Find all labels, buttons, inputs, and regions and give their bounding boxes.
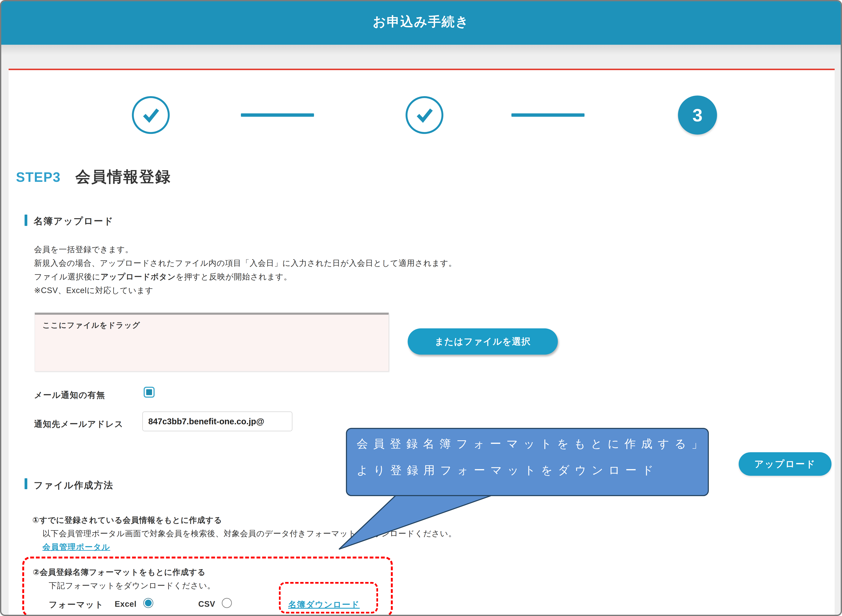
callout-tail <box>329 494 501 551</box>
section-title-file-method: ファイル作成方法 <box>34 479 113 491</box>
step-connector <box>511 113 585 117</box>
section-title-roster-upload: 名簿アップロード <box>34 215 114 227</box>
upload-button[interactable]: アップロード <box>739 452 832 476</box>
step1-indicator <box>132 96 170 134</box>
step3-indicator: 3 <box>678 95 717 135</box>
mail-address-input[interactable] <box>143 412 292 431</box>
file-dropzone[interactable]: ここにファイルをドラッグ <box>35 312 389 371</box>
method2-description: 下記フォーマットをダウンロードください。 <box>49 580 215 591</box>
header-shadow <box>1 45 841 55</box>
format-option-csv-label: CSV <box>198 600 215 609</box>
format-option-excel-label: Excel <box>115 600 137 609</box>
description-line: 会員を一括登録できます。 <box>34 243 457 256</box>
section-accent-bar <box>25 214 27 226</box>
header-bar: お申込み手続き <box>1 1 841 45</box>
format-radio-excel[interactable] <box>143 598 153 608</box>
dropzone-hint: ここにファイルをドラッグ <box>43 320 140 330</box>
step3-number: 3 <box>692 105 702 126</box>
callout-text-line2: より登録用フォーマットをダウンロード <box>357 463 659 478</box>
callout-text-line1: 会員登録名簿フォーマットをもとに作成する」 <box>357 436 708 452</box>
description-line: 新規入会の場合、アップロードされたファイル内の項目「入会日」に入力された日が入会… <box>34 256 457 270</box>
mail-notify-label: メール通知の有無 <box>34 389 105 401</box>
step-connector <box>241 113 314 117</box>
method2-heading: ②会員登録名簿フォーマットをもとに作成する <box>33 567 206 578</box>
mail-notify-checkbox[interactable] <box>144 387 154 397</box>
check-icon <box>413 103 436 127</box>
method1-heading: ①すでに登録されている会員情報をもとに作成する <box>32 515 222 525</box>
section-accent-bar <box>25 478 27 489</box>
radio-selected-dot <box>145 600 151 606</box>
format-label: フォーマット <box>49 599 104 610</box>
format-radio-csv[interactable] <box>222 598 232 608</box>
step2-indicator <box>406 96 443 134</box>
select-file-button[interactable]: またはファイルを選択 <box>408 329 558 355</box>
step-number-label: STEP3 <box>16 169 61 185</box>
mail-address-label: 通知先メールアドレス <box>34 418 123 430</box>
roster-download-link[interactable]: 名簿ダウンロード <box>288 599 360 610</box>
check-icon <box>139 103 162 127</box>
step-title: 会員情報登録 <box>75 167 171 187</box>
step-heading: STEP3 会員情報登録 <box>16 167 171 187</box>
description-line: ファイル選択後にアップロードボタンを押すと反映が開始されます。 <box>34 270 457 284</box>
application-window: お申込み手続き 3 STEP3 会員情報登録 名簿アップロード 会員を一括登録で… <box>0 0 842 616</box>
upload-description: 会員を一括登録できます。 新規入会の場合、アップロードされたファイル内の項目「入… <box>34 243 457 297</box>
checkbox-checked-mark <box>146 389 152 395</box>
member-portal-link[interactable]: 会員管理ポータル <box>43 542 110 552</box>
description-note: ※CSV、Excelに対応しています <box>34 284 457 297</box>
page-title: お申込み手続き <box>373 13 469 31</box>
